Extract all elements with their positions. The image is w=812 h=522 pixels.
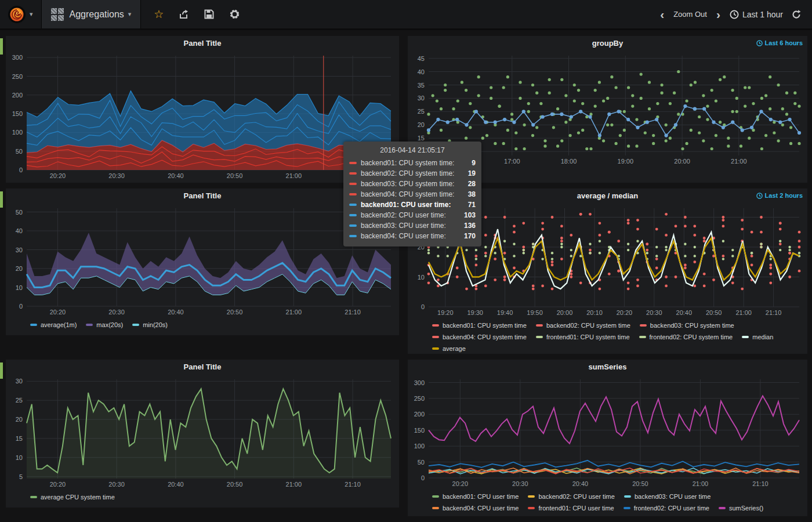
legend-marker-icon: [528, 507, 535, 509]
legend-item[interactable]: backend04: CPU user time: [432, 503, 519, 513]
time-range-picker[interactable]: Last 1 hour: [730, 10, 783, 19]
legend-marker-icon: [719, 507, 726, 509]
legend-marker-icon: [536, 336, 543, 338]
legend: backend01: CPU system timebackend02: CPU…: [408, 318, 807, 356]
series-marker-icon: [349, 183, 357, 185]
legend-item[interactable]: frontend02: CPU user time: [624, 503, 709, 513]
legend-label: max(20s): [96, 320, 123, 330]
chevron-down-icon: ▾: [30, 10, 33, 18]
svg-text:150: 150: [414, 427, 425, 434]
legend-label: backend01: CPU user time: [443, 491, 519, 502]
legend-label: frontend02: CPU system time: [650, 332, 733, 342]
row-toggle[interactable]: [0, 191, 3, 208]
panel-average-cpu: Panel Title 5101520253020:2020:3020:4020…: [6, 360, 399, 507]
legend-marker-icon: [30, 496, 37, 498]
chart-stacked-cpu[interactable]: 05010015020025030020:2020:3020:4020:5021…: [6, 51, 399, 182]
save-button[interactable]: [204, 9, 214, 19]
svg-text:15: 15: [418, 135, 425, 142]
legend-marker-icon: [624, 495, 631, 498]
svg-text:21:00: 21:00: [286, 481, 302, 488]
legend-item[interactable]: sumSeries(): [719, 503, 763, 513]
series-marker-icon: [349, 162, 357, 164]
legend-item[interactable]: frontend01: CPU system time: [536, 332, 630, 342]
tooltip-series-label: backend03: CPU user time:: [361, 220, 464, 231]
legend-item[interactable]: max(20s): [86, 320, 123, 330]
panel-title[interactable]: Panel Title: [6, 188, 399, 204]
refresh-button[interactable]: [791, 9, 802, 20]
save-icon: [204, 9, 214, 19]
grafana-logo-icon: [8, 6, 26, 23]
panel-title[interactable]: Panel Title: [6, 360, 399, 375]
tooltip-row: backend04: CPU system time:38: [349, 189, 476, 200]
legend-marker-icon: [528, 495, 535, 498]
settings-button[interactable]: [229, 9, 240, 20]
zoom-out-button[interactable]: Zoom Out: [673, 10, 707, 19]
dashboard-picker[interactable]: Aggregations ▾: [42, 0, 142, 28]
legend-label: average(1m): [41, 320, 77, 330]
legend: backend01: CPU user timebackend02: CPU u…: [408, 490, 807, 516]
share-icon: [179, 9, 189, 20]
svg-text:15: 15: [16, 435, 23, 442]
tooltip-row: backend03: CPU system time:28: [349, 179, 476, 189]
panel-avg-max-min: Panel Title 0102030405020:2020:3020:4020…: [6, 188, 399, 335]
series-marker-icon: [349, 214, 357, 216]
navbar: ▾ Aggregations ▾ ☆: [0, 0, 812, 30]
series-marker-icon: [349, 172, 357, 175]
chart-avg-max-min[interactable]: 0102030405020:2020:3020:4020:5021:0021:1…: [6, 204, 399, 318]
svg-text:250: 250: [12, 73, 23, 80]
svg-text:0: 0: [421, 474, 425, 481]
clock-icon: [730, 10, 739, 19]
panel-title[interactable]: sumSeries: [408, 360, 807, 375]
chart-average-cpu[interactable]: 5101520253020:2020:3020:4020:5021:0021:1…: [6, 375, 399, 490]
legend-item[interactable]: frontend02: CPU system time: [639, 332, 733, 342]
svg-text:20:30: 20:30: [108, 481, 125, 488]
svg-text:20:10: 20:10: [586, 309, 603, 316]
legend-item[interactable]: backend04: CPU system time: [432, 332, 527, 342]
legend-item[interactable]: min(20s): [132, 320, 168, 330]
legend-item[interactable]: backend03: CPU system time: [640, 320, 734, 331]
svg-text:20:40: 20:40: [676, 309, 693, 316]
tooltip-series-value: 38: [468, 189, 476, 200]
legend-item[interactable]: backend02: CPU user time: [528, 491, 614, 502]
legend-item[interactable]: backend01: CPU user time: [432, 491, 519, 502]
dashboard-title: Aggregations: [70, 9, 124, 20]
svg-text:21:00: 21:00: [286, 172, 302, 179]
legend-label: backend01: CPU system time: [443, 320, 527, 331]
svg-text:20:40: 20:40: [168, 481, 184, 488]
legend-item[interactable]: backend02: CPU system time: [536, 320, 630, 331]
chart-sumseries[interactable]: 05010015020025030020:2020:3020:4020:5021…: [408, 375, 807, 490]
legend-item[interactable]: median: [742, 332, 773, 342]
star-button[interactable]: ☆: [154, 9, 164, 20]
grafana-logo-menu[interactable]: ▾: [0, 0, 42, 28]
legend-item[interactable]: average: [432, 343, 466, 354]
time-override-label: Last 6 hours: [765, 39, 803, 46]
svg-text:20:20: 20:20: [50, 172, 66, 179]
time-shift-right-button[interactable]: ›: [715, 8, 722, 20]
panel-title[interactable]: groupBy: [408, 36, 807, 51]
svg-text:45: 45: [418, 55, 425, 62]
legend-label: backend03: CPU user time: [635, 491, 710, 502]
chevron-down-icon: ▾: [128, 10, 132, 18]
legend-item[interactable]: frontend01: CPU user time: [528, 503, 614, 513]
row-toggle[interactable]: [0, 362, 3, 379]
legend-item[interactable]: backend01: CPU system time: [432, 320, 527, 331]
tooltip-series-label: backend01: CPU user time:: [361, 200, 468, 210]
time-shift-left-button[interactable]: ‹: [659, 8, 665, 20]
series-marker-icon: [349, 224, 357, 227]
legend-item[interactable]: average CPU system time: [30, 492, 115, 502]
panel-title[interactable]: Panel Title: [6, 36, 399, 51]
svg-text:20:00: 20:00: [674, 158, 690, 165]
time-override-badge[interactable]: Last 2 hours: [756, 192, 803, 199]
legend-marker-icon: [432, 347, 439, 350]
legend-item[interactable]: backend03: CPU user time: [624, 491, 710, 502]
svg-text:21:00: 21:00: [731, 158, 747, 165]
legend-label: average: [443, 343, 466, 354]
svg-text:40: 40: [418, 68, 425, 75]
time-override-badge[interactable]: Last 6 hours: [756, 39, 803, 46]
legend-item[interactable]: average(1m): [30, 320, 77, 330]
svg-text:0: 0: [421, 303, 425, 310]
svg-text:250: 250: [414, 395, 425, 402]
svg-text:30: 30: [16, 378, 23, 385]
row-toggle[interactable]: [0, 38, 3, 55]
share-button[interactable]: [179, 9, 189, 20]
